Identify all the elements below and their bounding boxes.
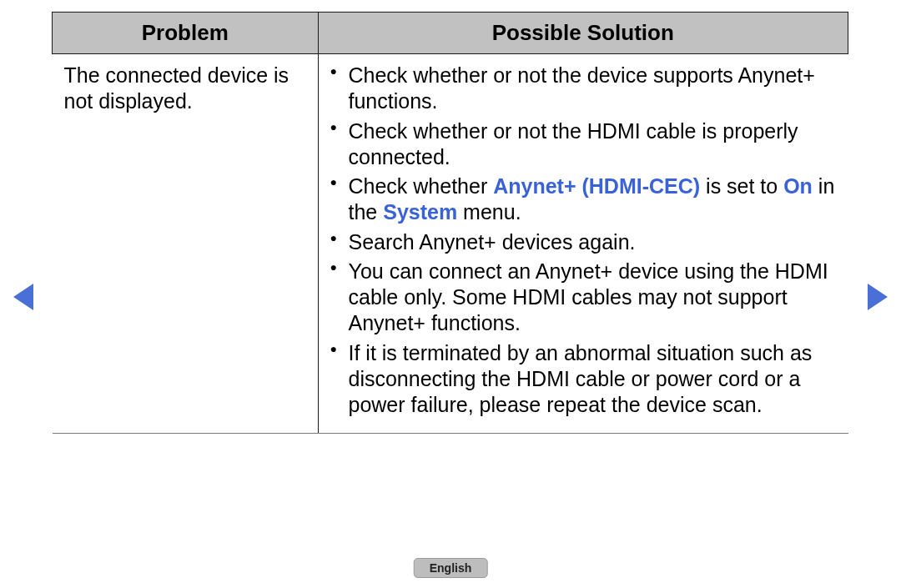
text-fragment: Check whether [349, 174, 494, 198]
prev-page-icon[interactable] [13, 284, 33, 310]
problem-cell: The connected device is not displayed. [53, 54, 319, 434]
list-item: You can connect an Anynet+ device using … [330, 259, 837, 337]
header-problem: Problem [53, 13, 319, 54]
table-row: The connected device is not displayed. C… [53, 54, 848, 434]
list-item: If it is terminated by an abnormal situa… [330, 340, 837, 419]
list-item: Check whether or not the device supports… [330, 63, 837, 115]
list-item: Check whether Anynet+ (HDMI-CEC) is set … [330, 173, 837, 226]
header-solution: Possible Solution [318, 13, 848, 54]
next-page-icon[interactable] [868, 284, 888, 310]
solution-cell: Check whether or not the device supports… [318, 54, 848, 434]
highlight-system: System [383, 200, 457, 224]
highlight-anynet: Anynet+ (HDMI-CEC) [493, 174, 700, 198]
text-fragment: is set to [700, 174, 783, 198]
language-badge: English [414, 558, 488, 578]
list-item: Search Anynet+ devices again. [330, 229, 837, 255]
troubleshooting-table: Problem Possible Solution The connected … [52, 12, 848, 434]
text-fragment: menu. [457, 200, 521, 224]
highlight-on: On [783, 174, 813, 198]
list-item: Check whether or not the HDMI cable is p… [330, 118, 837, 171]
